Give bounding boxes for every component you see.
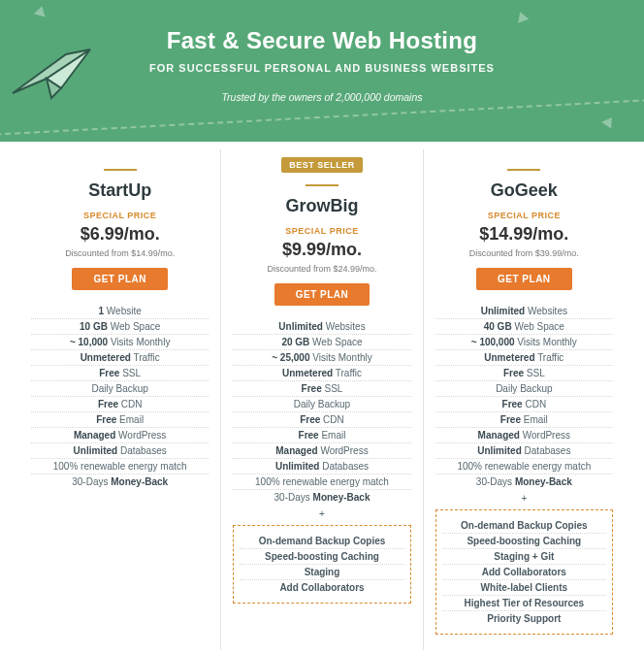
plan-name: GrowBig bbox=[233, 196, 410, 216]
feature-item: 10 GB Web Space bbox=[31, 319, 209, 335]
feature-item: 30-Days Money-Back bbox=[435, 474, 613, 489]
feature-item: Unlimited Databases bbox=[435, 443, 613, 459]
plan-gogeek: GoGeekSPECIAL PRICE$14.99/mo.Discounted … bbox=[423, 149, 625, 650]
extras-list: On-demand Backup CopiesSpeed-boosting Ca… bbox=[233, 525, 410, 604]
feature-item: Daily Backup bbox=[31, 381, 209, 397]
special-price-label: SPECIAL PRICE bbox=[233, 226, 410, 236]
feature-item: 1 Website bbox=[31, 304, 209, 319]
feature-list: 1 Website10 GB Web Space~ 10,000 Visits … bbox=[31, 304, 209, 489]
feature-item: Managed WordPress bbox=[233, 443, 410, 459]
feature-item: Free CDN bbox=[31, 397, 209, 412]
decor-triangle bbox=[515, 10, 530, 23]
feature-list: Unlimited Websites20 GB Web Space~ 25,00… bbox=[233, 319, 410, 505]
feature-item: Unmetered Traffic bbox=[435, 350, 613, 366]
decor-triangle bbox=[601, 114, 617, 128]
plan-discount: Discounted from $14.99/mo. bbox=[31, 248, 209, 258]
feature-item: Free SSL bbox=[435, 366, 613, 381]
plan-startup: StartUpSPECIAL PRICE$6.99/mo.Discounted … bbox=[19, 149, 220, 650]
feature-item: ~ 100,000 Visits Monthly bbox=[435, 335, 613, 350]
extra-item: Add Collaborators bbox=[442, 565, 606, 580]
feature-item: Unmetered Traffic bbox=[31, 350, 209, 366]
feature-item: 100% renewable energy match bbox=[31, 459, 209, 474]
get-plan-button[interactable]: GET PLAN bbox=[274, 283, 370, 306]
get-plan-button[interactable]: GET PLAN bbox=[72, 268, 168, 290]
extra-item: Priority Support bbox=[442, 611, 606, 626]
plus-divider: + bbox=[233, 505, 410, 521]
feature-item: Free Email bbox=[233, 428, 410, 443]
hero-banner: Fast & Secure Web Hosting FOR SUCCESSFUL… bbox=[0, 0, 644, 142]
plus-divider: + bbox=[435, 489, 613, 506]
extra-item: On-demand Backup Copies bbox=[240, 534, 403, 549]
hero-trusted-text: Trusted by the owners of 2,000,000 domai… bbox=[19, 91, 625, 103]
extra-item: Speed-boosting Caching bbox=[240, 549, 403, 565]
feature-item: 100% renewable energy match bbox=[435, 459, 613, 474]
plan-price: $6.99/mo. bbox=[31, 224, 209, 245]
hero-title: Fast & Secure Web Hosting bbox=[19, 27, 625, 54]
get-plan-button[interactable]: GET PLAN bbox=[476, 268, 572, 290]
plan-rule bbox=[306, 184, 338, 186]
hero-subtitle: FOR SUCCESSFUL PERSONAL AND BUSINESS WEB… bbox=[19, 62, 625, 74]
special-price-label: SPECIAL PRICE bbox=[31, 211, 209, 220]
extra-item: On-demand Backup Copies bbox=[442, 518, 606, 534]
feature-item: Free SSL bbox=[233, 381, 410, 397]
best-seller-badge: BEST SELLER bbox=[281, 157, 363, 173]
feature-item: Free SSL bbox=[31, 366, 209, 381]
decor-triangle bbox=[34, 5, 48, 17]
feature-item: ~ 10,000 Visits Monthly bbox=[31, 335, 209, 350]
plan-discount: Discounted from $24.99/mo. bbox=[233, 264, 410, 274]
extra-item: Staging + Git bbox=[442, 549, 606, 565]
feature-item: ~ 25,000 Visits Monthly bbox=[233, 350, 410, 366]
feature-item: Daily Backup bbox=[435, 381, 613, 397]
plan-rule bbox=[507, 169, 540, 171]
plan-name: GoGeek bbox=[435, 180, 613, 201]
feature-item: 100% renewable energy match bbox=[233, 474, 410, 490]
plan-name: StartUp bbox=[31, 180, 209, 201]
feature-item: Managed WordPress bbox=[31, 428, 209, 443]
extra-item: Speed-boosting Caching bbox=[442, 534, 606, 549]
pricing-table: StartUpSPECIAL PRICE$6.99/mo.Discounted … bbox=[0, 142, 644, 654]
feature-item: Free CDN bbox=[435, 397, 613, 412]
feature-item: Free Email bbox=[31, 412, 209, 428]
feature-item: Unlimited Websites bbox=[233, 319, 410, 335]
extras-list: On-demand Backup CopiesSpeed-boosting Ca… bbox=[435, 509, 613, 635]
extra-item: White-label Clients bbox=[442, 580, 606, 596]
plan-price: $9.99/mo. bbox=[233, 240, 410, 260]
feature-item: 30-Days Money-Back bbox=[31, 474, 209, 489]
feature-item: 40 GB Web Space bbox=[435, 319, 613, 335]
special-price-label: SPECIAL PRICE bbox=[435, 211, 613, 220]
plan-discount: Discounted from $39.99/mo. bbox=[435, 248, 613, 258]
feature-list: Unlimited Websites40 GB Web Space~ 100,0… bbox=[435, 304, 613, 489]
feature-item: 20 GB Web Space bbox=[233, 335, 410, 350]
extra-item: Staging bbox=[240, 565, 403, 580]
extra-item: Add Collaborators bbox=[240, 580, 403, 595]
feature-item: Unlimited Websites bbox=[435, 304, 613, 319]
feature-item: Free Email bbox=[435, 412, 613, 428]
feature-item: 30-Days Money-Back bbox=[233, 490, 410, 505]
feature-item: Daily Backup bbox=[233, 397, 410, 412]
plan-growbig: BEST SELLERGrowBigSPECIAL PRICE$9.99/mo.… bbox=[220, 149, 422, 650]
feature-item: Free CDN bbox=[233, 412, 410, 428]
plan-rule bbox=[104, 169, 137, 171]
feature-item: Unmetered Traffic bbox=[233, 366, 410, 381]
plan-price: $14.99/mo. bbox=[435, 224, 613, 245]
feature-item: Unlimited Databases bbox=[233, 459, 410, 474]
feature-item: Unlimited Databases bbox=[31, 443, 209, 459]
extra-item: Highest Tier of Resources bbox=[442, 596, 606, 611]
feature-item: Managed WordPress bbox=[435, 428, 613, 443]
